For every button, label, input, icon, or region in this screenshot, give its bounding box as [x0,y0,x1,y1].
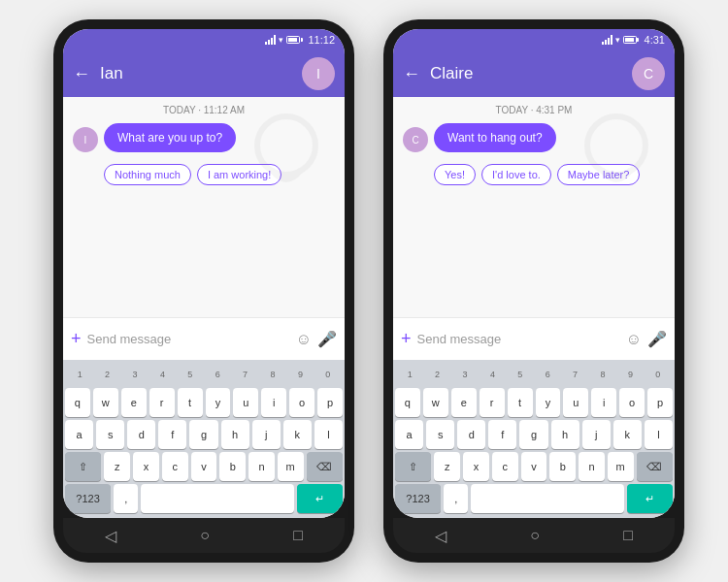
back-button-ian[interactable]: ← [73,65,90,82]
key-n[interactable]: n [248,452,275,481]
num-key[interactable]: 7 [232,364,257,385]
key-w-c[interactable]: w [423,388,448,417]
home-nav-icon-c[interactable]: ○ [530,527,540,544]
key-o-c[interactable]: o [619,388,645,417]
suggestion-chip-0-claire[interactable]: Yes! [434,164,476,185]
num-key-claire[interactable]: 0 [645,364,671,385]
delete-key[interactable]: ⌫ [307,452,343,481]
num-key[interactable]: 3 [122,364,148,385]
key-x-c[interactable]: x [463,452,489,481]
key-y[interactable]: y [206,388,231,417]
num-key[interactable]: 6 [205,364,230,385]
key-o[interactable]: o [289,388,314,417]
num-key[interactable]: 2 [94,364,119,385]
comma-key[interactable]: , [114,484,138,513]
key-i-c[interactable]: i [591,388,616,417]
key-y-c[interactable]: y [536,388,561,417]
key-x[interactable]: x [133,452,159,481]
key-p-c[interactable]: p [647,388,673,417]
enter-key[interactable]: ↵ [297,484,343,513]
recent-nav-icon-c[interactable]: □ [623,527,633,544]
key-u-c[interactable]: u [563,388,588,417]
key-q[interactable]: q [65,388,90,417]
num-key-claire[interactable]: 5 [508,364,533,385]
enter-key-c[interactable]: ↵ [627,484,673,513]
key-j[interactable]: j [252,420,281,449]
key-s-c[interactable]: s [426,420,454,449]
space-key-c[interactable] [471,484,623,513]
key-c-c[interactable]: c [492,452,518,481]
key-s[interactable]: s [96,420,124,449]
key-p[interactable]: p [317,388,343,417]
key-m[interactable]: m [278,452,304,481]
num-key-claire[interactable]: 1 [397,364,422,385]
key-k[interactable]: k [283,420,312,449]
key-d[interactable]: d [127,420,155,449]
add-icon-ian[interactable]: + [71,329,82,349]
key-j-c[interactable]: j [582,420,611,449]
num-key-claire[interactable]: 3 [452,364,478,385]
key-l-c[interactable]: l [645,420,673,449]
num-key-claire[interactable]: 4 [480,364,505,385]
key-g[interactable]: g [189,420,217,449]
key-b[interactable]: b [219,452,246,481]
key-e-c[interactable]: e [451,388,477,417]
key-f[interactable]: f [158,420,186,449]
comma-key-c[interactable]: , [444,484,468,513]
key-z-c[interactable]: z [434,452,460,481]
key-m-c[interactable]: m [608,452,634,481]
message-input-ian[interactable]: Send message [87,332,290,346]
num-key[interactable]: 4 [149,364,175,385]
mic-icon-claire[interactable]: 🎤 [647,330,667,348]
back-nav-icon-c[interactable]: ◁ [435,527,447,545]
key-n-c[interactable]: n [579,452,605,481]
add-icon-claire[interactable]: + [401,329,412,349]
num-key-claire[interactable]: 7 [562,364,587,385]
num-key[interactable]: 1 [67,364,92,385]
recent-nav-icon[interactable]: □ [293,527,303,544]
home-nav-icon[interactable]: ○ [200,527,210,544]
num-key[interactable]: 0 [315,364,341,385]
emoji-icon-claire[interactable]: ☺ [626,331,642,348]
back-nav-icon[interactable]: ◁ [105,527,116,545]
key-h[interactable]: h [221,420,249,449]
shift-key-c[interactable]: ⇧ [395,452,431,481]
space-key[interactable] [141,484,293,513]
key-i[interactable]: i [261,388,286,417]
key-f-c[interactable]: f [488,420,516,449]
suggestion-chip-1-claire[interactable]: I'd love to. [481,164,551,185]
key-k-c[interactable]: k [613,420,642,449]
key-g-c[interactable]: g [519,420,547,449]
key-t-c[interactable]: t [508,388,533,417]
key-t[interactable]: t [178,388,203,417]
suggestion-chip-0-ian[interactable]: Nothing much [104,164,191,185]
mic-icon-ian[interactable]: 🎤 [317,330,337,348]
key-r[interactable]: r [149,388,175,417]
key-b-c[interactable]: b [549,452,576,481]
num-key[interactable]: 5 [178,364,203,385]
message-input-claire[interactable]: Send message [417,332,620,346]
delete-key-c[interactable]: ⌫ [637,452,673,481]
key-v[interactable]: v [191,452,217,481]
key-u[interactable]: u [233,388,258,417]
key-h-c[interactable]: h [551,420,579,449]
key-a-c[interactable]: a [395,420,423,449]
key-a[interactable]: a [65,420,93,449]
back-button-claire[interactable]: ← [403,65,420,82]
numbers-key[interactable]: ?123 [65,484,111,513]
num-key-claire[interactable]: 9 [617,364,643,385]
num-key-claire[interactable]: 2 [424,364,449,385]
num-key[interactable]: 9 [287,364,313,385]
key-v-c[interactable]: v [521,452,547,481]
key-d-c[interactable]: d [457,420,485,449]
key-l[interactable]: l [314,420,343,449]
shift-key[interactable]: ⇧ [65,452,101,481]
key-q-c[interactable]: q [395,388,420,417]
key-c[interactable]: c [162,452,188,481]
num-key[interactable]: 8 [260,364,285,385]
num-key-claire[interactable]: 6 [535,364,560,385]
key-w[interactable]: w [93,388,118,417]
emoji-icon-ian[interactable]: ☺ [296,331,312,348]
key-e[interactable]: e [121,388,147,417]
numbers-key-c[interactable]: ?123 [395,484,441,513]
